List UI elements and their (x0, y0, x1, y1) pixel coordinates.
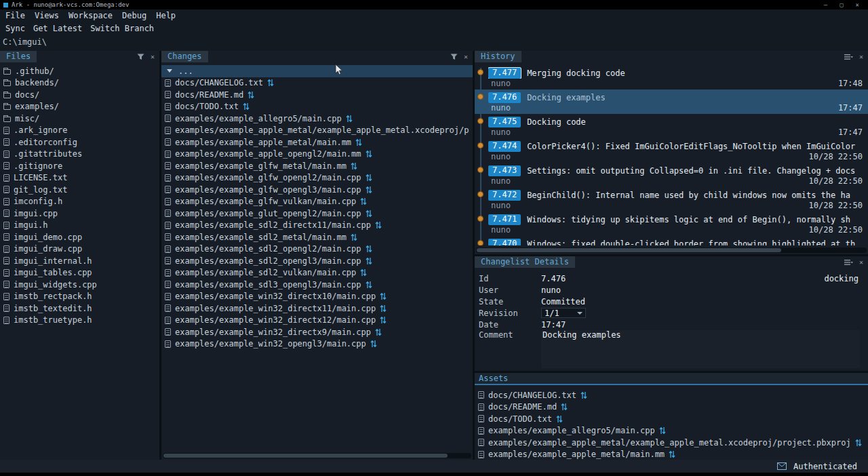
menu-item[interactable]: Views (35, 11, 59, 20)
changeset-badge[interactable]: 7.475 (488, 117, 521, 127)
file-tree-item[interactable]: imgui.cpp (0, 207, 159, 220)
file-tree-item[interactable]: imgui_widgets.cpp (0, 279, 159, 291)
view-options-icon[interactable] (844, 54, 853, 60)
file-tree-item[interactable]: .ark_ignore (0, 125, 159, 137)
menu-item[interactable]: File (5, 11, 25, 20)
changed-file-row[interactable]: docs/CHANGELOG.txt (161, 77, 473, 90)
file-tree-item[interactable]: .github/ (0, 65, 159, 77)
changeset-badge[interactable]: 7.473 (488, 165, 521, 176)
changeset-badge[interactable]: 7.474 (488, 141, 521, 152)
history-panel-header: History ✕ (475, 51, 868, 62)
comment-field[interactable]: Docking examples (541, 330, 860, 368)
revision-dropdown[interactable]: 1/1 (541, 308, 586, 318)
changed-file-row[interactable]: examples/example_glut_opengl2/main.cpp (161, 207, 473, 220)
close-window-icon[interactable]: ✕ (856, 1, 859, 8)
history-tab[interactable]: History (475, 51, 521, 62)
changed-file-row[interactable]: examples/example_allegro5/main.cpp (161, 113, 473, 125)
changeset-user: nuno (491, 201, 511, 210)
changeset-badge[interactable]: 7.476 (488, 92, 521, 103)
changed-file-row[interactable]: examples/example_apple_metal/example_app… (161, 125, 473, 137)
filter-icon[interactable] (450, 54, 458, 60)
changed-file-row[interactable]: examples/example_glfw_opengl3/main.cpp (161, 184, 473, 196)
toolbar-button[interactable]: Sync (5, 24, 25, 33)
asset-row[interactable]: docs/CHANGELOG.txt (475, 389, 868, 401)
changeset-row[interactable]: 7.475 Docking code nuno 17:47 (475, 114, 868, 138)
changed-file-row[interactable]: examples/example_glfw_metal/main.mm (161, 160, 473, 172)
file-tree-item[interactable]: imstb_textedit.h (0, 302, 159, 315)
scrollbar-thumb[interactable] (477, 248, 781, 252)
changeset-row[interactable]: 7.477 Merging docking code nuno 17:48 (475, 65, 868, 90)
changeset-row[interactable]: 7.471 Windows: tidying up skipitems logi… (475, 212, 868, 236)
close-panel-icon[interactable]: ✕ (859, 259, 863, 266)
file-tree-item[interactable]: backends/ (0, 77, 159, 90)
asset-row[interactable]: docs/README.md (475, 401, 868, 414)
changeset-badge[interactable]: 7.477 (488, 68, 521, 79)
file-tree-item[interactable]: imgui.h (0, 220, 159, 232)
file-tree-item[interactable]: imgui_demo.cpp (0, 231, 159, 243)
changeset-row[interactable]: 7.476 Docking examples nuno 17:47 (475, 90, 868, 114)
changed-file-row[interactable]: examples/example_glfw_vulkan/main.cpp (161, 196, 473, 208)
changed-file-row[interactable]: examples/example_sdl2_directx11/main.cpp (161, 220, 473, 232)
file-tree-item[interactable]: imgui_tables.cpp (0, 267, 159, 279)
asset-row[interactable]: examples/example_allegro5/main.cpp (475, 425, 868, 437)
file-tree-item[interactable]: imstb_rectpack.h (0, 291, 159, 303)
horizontal-scrollbar[interactable] (476, 247, 867, 253)
details-tab[interactable]: Changelist Details (475, 256, 575, 268)
changed-file-row[interactable]: examples/example_apple_metal/main.mm (161, 136, 473, 148)
file-tree-item[interactable]: .gitattributes (0, 148, 159, 161)
horizontal-scrollbar[interactable] (163, 453, 471, 458)
asset-row[interactable]: examples/example_apple_metal/example_app… (475, 437, 868, 449)
changeset-badge[interactable]: 7.472 (488, 190, 521, 201)
close-panel-icon[interactable]: ✕ (151, 54, 155, 60)
changes-tab[interactable]: Changes (161, 51, 208, 62)
changed-file-row[interactable]: docs/TODO.txt (161, 101, 473, 113)
changed-file-row[interactable]: examples/example_win32_directx12/main.cp… (161, 315, 473, 327)
menu-item[interactable]: Debug (122, 11, 146, 20)
changeset-badge[interactable]: 7.470 (488, 239, 521, 246)
changeset-row[interactable]: 7.474 ColorPicker4(): Fixed ImGuiColorEd… (475, 138, 868, 163)
changed-file-row[interactable]: examples/example_sdl2_opengl3/main.cpp (161, 255, 473, 267)
expander-icon[interactable] (167, 69, 172, 73)
menu-item[interactable]: Workspace (68, 11, 113, 20)
changed-file-row[interactable]: docs/README.md (161, 89, 473, 101)
menu-item[interactable]: Help (156, 11, 176, 20)
file-tree-item[interactable]: imstb_truetype.h (0, 315, 159, 327)
changed-file-row[interactable]: examples/example_glfw_opengl2/main.cpp (161, 172, 473, 184)
changed-file-row[interactable]: examples/example_sdl3_opengl3/main.cpp (161, 279, 473, 291)
changed-file-row[interactable]: examples/example_sdl2_vulkan/main.cpp (161, 267, 473, 279)
toolbar-button[interactable]: Get Latest (33, 24, 82, 33)
file-tree-item[interactable]: docs/ (0, 89, 159, 101)
view-options-icon[interactable] (844, 259, 853, 266)
asset-row[interactable]: examples/example_apple_metal/main.mm (475, 449, 868, 460)
changeset-row[interactable]: 7.473 Settings: omit outputing Collapsed… (475, 163, 868, 187)
changed-file-row[interactable]: examples/example_win32_directx10/main.cp… (161, 291, 473, 303)
changed-file-row[interactable]: examples/example_win32_directx11/main.cp… (161, 302, 473, 315)
file-tree-item[interactable]: imconfig.h (0, 196, 159, 208)
changeset-row[interactable]: 7.470 Windows: fixed double-clicked bord… (475, 236, 868, 245)
changed-file-row[interactable]: examples/example_win32_directx9/main.cpp (161, 326, 473, 338)
changed-file-row[interactable]: examples/example_win32_opengl3/main.cpp (161, 338, 473, 351)
scrollbar-thumb[interactable] (163, 454, 448, 458)
changes-root-row[interactable]: ... (161, 65, 473, 77)
maximize-icon[interactable]: ▢ (840, 1, 843, 8)
file-tree-item[interactable]: misc/ (0, 113, 159, 125)
file-tree-item[interactable]: .editorconfig (0, 136, 159, 148)
changed-file-row[interactable]: examples/example_sdl2_opengl2/main.cpp (161, 243, 473, 256)
changeset-badge[interactable]: 7.471 (488, 214, 521, 225)
close-panel-icon[interactable]: ✕ (464, 54, 468, 60)
changeset-row[interactable]: 7.472 BeginChild(): Internal name used b… (475, 187, 868, 212)
file-tree-item[interactable]: git_log.txt (0, 184, 159, 196)
changed-file-row[interactable]: examples/example_apple_opengl2/main.mm (161, 148, 473, 161)
file-tree-item[interactable]: LICENSE.txt (0, 172, 159, 184)
files-tab[interactable]: Files (0, 51, 37, 62)
minimize-icon[interactable]: — (824, 1, 827, 8)
file-tree-item[interactable]: imgui_draw.cpp (0, 243, 159, 256)
toolbar-button[interactable]: Switch Branch (90, 24, 154, 33)
file-tree-item[interactable]: examples/ (0, 101, 159, 113)
asset-row[interactable]: docs/TODO.txt (475, 413, 868, 425)
file-tree-item[interactable]: imgui_internal.h (0, 255, 159, 267)
changed-file-row[interactable]: examples/example_sdl2_metal/main.mm (161, 231, 473, 243)
file-tree-item[interactable]: .gitignore (0, 160, 159, 172)
filter-icon[interactable] (137, 54, 144, 60)
close-panel-icon[interactable]: ✕ (859, 54, 863, 60)
